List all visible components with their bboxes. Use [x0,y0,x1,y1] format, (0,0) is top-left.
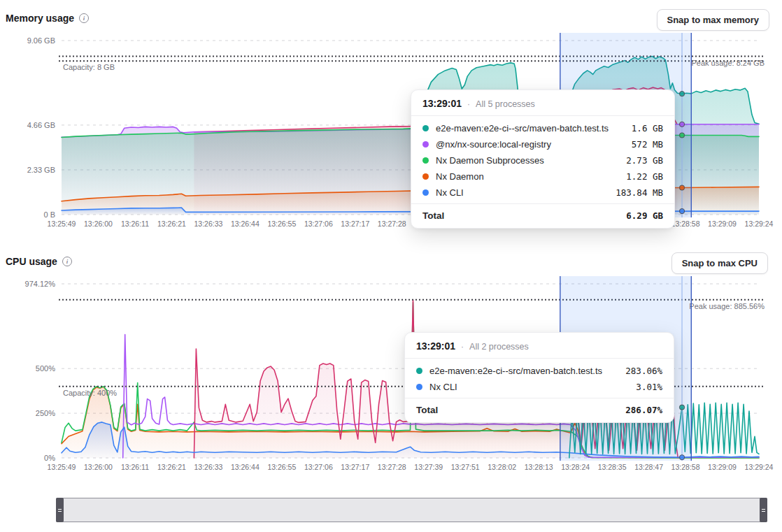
memory-x-tick-label: 13:26:11 [121,220,149,228]
series-color-dot [422,157,429,164]
snap-to-max-memory-button[interactable]: Snap to max memory [657,9,770,31]
memory-tooltip: 13:29:01·All 5 processese2e-maven:e2e-ci… [411,89,675,229]
memory-tooltip-header: 13:29:01·All 5 processes [411,90,674,115]
cpu-x-tick-label: 13:28:58 [671,463,700,471]
process-value: 2.73 GB [626,155,663,166]
cpu-x-tick-label: 13:27:06 [304,463,333,471]
memory-x-tick-label: 13:29:09 [708,220,737,228]
process-name: Nx Daemon Subprocesses [436,155,626,166]
process-value: 183.84 MB [616,187,663,198]
brush-handle-right[interactable] [760,498,767,522]
memory-usage-title-text: Memory usage [6,13,74,24]
cpu-capacity-label: Capacity: 400% [63,389,117,397]
cpu-peak-label: Peak usage: 885.56% [689,302,765,310]
memory-crosshair-dot [679,208,684,213]
memory-x-tick-label: 13:26:33 [194,220,222,228]
process-name: e2e-maven:e2e-ci--src/maven-batch.test.t… [436,123,632,134]
cpu-x-tick-label: 13:26:21 [157,463,186,471]
memory-crosshair-dot [679,92,684,96]
cpu-tooltip-rows: e2e-maven:e2e-ci--src/maven-batch.test.t… [405,359,674,398]
memory-crosshair-dot [679,122,684,127]
memory-tooltip-row: e2e-maven:e2e-ci--src/maven-batch.test.t… [411,120,674,136]
cpu-x-tick-label: 13:29:09 [708,463,737,471]
process-value: 283.06% [625,366,662,376]
cpu-crosshair-dot [679,405,684,410]
cpu-tooltip: 13:29:01·All 2 processese2e-maven:e2e-ci… [404,332,674,423]
cpu-x-tick-label: 13:26:55 [267,463,296,471]
memory-x-tick-label: 13:28:58 [671,220,700,228]
memory-tooltip-total-row: Total6.29 GB [411,204,674,228]
time-range-brush[interactable] [56,498,767,522]
cpu-x-tick-label: 13:26:44 [231,463,260,471]
process-value: 1.6 GB [632,123,663,134]
total-value: 286.07% [625,405,662,415]
cpu-x-tick-label: 13:25:49 [48,463,76,471]
total-value: 6.29 GB [626,210,663,221]
cpu-x-tick-label: 13:27:28 [378,463,406,471]
cpu-x-tick-label: 13:26:11 [121,463,149,471]
cpu-x-tick-label: 13:27:51 [451,463,480,471]
info-icon[interactable]: i [62,257,72,266]
cpu-x-tick-label: 13:27:39 [414,463,443,471]
series-color-dot [422,173,429,180]
cpu-usage-title-text: CPU usage [6,256,57,267]
process-name: e2e-maven:e2e-ci--src/maven-batch.test.t… [429,366,625,376]
brush-handle-left[interactable] [56,498,64,522]
cpu-tooltip-total-row: Total286.07% [405,398,674,422]
snap-to-max-cpu-button[interactable]: Snap to max CPU [671,252,768,274]
memory-x-tick-label: 13:26:21 [157,220,186,228]
memory-crosshair-dot [679,133,684,138]
series-color-dot [422,141,429,148]
process-value: 572 MB [632,139,663,150]
series-color-dot [422,125,429,131]
memory-y-tick-label: 2.33 GB [27,166,55,174]
info-icon[interactable]: i [79,13,89,23]
process-name: @nx/nx-source:local-registry [436,139,632,150]
cpu-tooltip-subtitle: All 2 processes [469,342,529,352]
cpu-y-tick-label: 250% [36,409,55,417]
process-name: Nx CLI [436,187,616,198]
memory-x-tick-label: 13:27:28 [378,220,406,228]
cpu-tooltip-time: 13:29:01 [416,340,455,352]
cpu-x-tick-label: 13:26:33 [194,463,222,471]
memory-x-tick-label: 13:27:06 [304,220,333,228]
cpu-x-tick-label: 13:28:47 [634,463,663,471]
memory-tooltip-row: Nx CLI183.84 MB [411,185,674,201]
cpu-y-tick-label: 974.12% [25,280,56,288]
memory-x-tick-label: 13:29:24 [745,220,774,228]
cpu-crosshair-dot [679,455,684,460]
memory-peak-label: Peak usage: 8.24 GB [691,59,765,67]
cpu-usage-title: CPU usage i [6,256,72,267]
cpu-x-tick-label: 13:29:24 [745,463,774,471]
total-label: Total [422,210,626,221]
series-color-dot [416,384,422,390]
cpu-y-tick-label: 500% [36,364,55,373]
cpu-x-tick-label: 13:28:24 [561,463,590,471]
memory-crosshair-dot [679,185,684,190]
process-name: Nx Daemon [436,171,626,182]
memory-tooltip-time: 13:29:01 [422,98,462,109]
process-value: 1.22 GB [626,171,663,182]
memory-y-tick-label: 0 B [43,210,55,219]
memory-y-tick-label: 4.66 GB [27,121,55,129]
memory-x-tick-label: 13:27:17 [341,220,369,228]
cpu-x-tick-label: 13:27:17 [341,463,369,471]
total-label: Total [416,405,625,415]
memory-x-tick-label: 13:26:00 [84,220,113,228]
cpu-tooltip-header: 13:29:01·All 2 processes [405,333,674,358]
series-color-dot [422,189,429,196]
cpu-x-tick-label: 13:28:13 [525,463,553,471]
dot-separator: · [461,342,464,352]
memory-tooltip-subtitle: All 5 processes [476,99,535,109]
memory-tooltip-rows: e2e-maven:e2e-ci--src/maven-batch.test.t… [411,116,674,203]
memory-capacity-label: Capacity: 8 GB [63,63,115,71]
cpu-y-tick-label: 0% [44,454,55,462]
series-color-dot [416,368,422,374]
memory-y-tick-label: 9.06 GB [27,36,55,45]
cpu-x-tick-label: 13:26:00 [84,463,113,471]
memory-x-tick-label: 13:26:55 [267,220,296,228]
memory-tooltip-row: Nx Daemon Subprocesses2.73 GB [411,152,674,168]
process-value: 3.01% [636,382,662,392]
memory-tooltip-row: @nx/nx-source:local-registry572 MB [411,136,674,152]
dot-separator: · [467,99,470,109]
